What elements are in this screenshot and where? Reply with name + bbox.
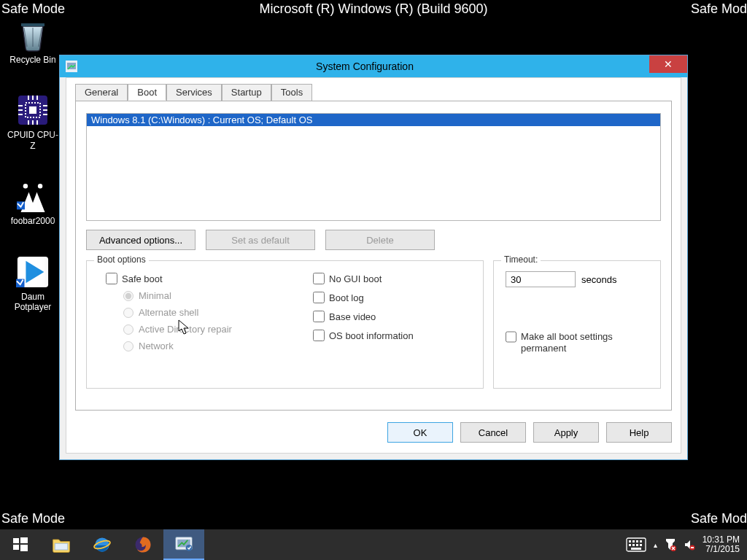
tab-startup[interactable]: Startup [222, 84, 271, 101]
boot-log-checkbox[interactable]: Boot log [313, 292, 414, 303]
make-permanent-label: Make all boot settings permanent [521, 331, 653, 355]
radio-alternate-shell: Alternate shell [123, 307, 232, 318]
taskbar-firefox[interactable] [123, 529, 163, 560]
desktop-icon-label: Daum Potplayer [7, 292, 58, 313]
tabstrip: General Boot Services Startup Tools [75, 84, 312, 101]
svg-rect-40 [636, 544, 638, 546]
advanced-options-button[interactable]: Advanced options... [86, 230, 196, 250]
svg-rect-26 [55, 543, 68, 550]
svg-rect-35 [632, 540, 635, 542]
timeout-input[interactable] [506, 271, 576, 287]
volume-icon[interactable] [684, 539, 695, 551]
taskbar-system-configuration[interactable] [163, 529, 204, 560]
desktop-icon-cpuz[interactable]: CPUID CPU-Z [7, 93, 58, 151]
taskbar-file-explorer[interactable] [41, 529, 82, 560]
tab-services[interactable]: Services [166, 84, 222, 101]
desktop-icon-potplayer[interactable]: Daum Potplayer [7, 254, 58, 313]
svg-point-16 [38, 184, 42, 188]
firefox-icon [133, 534, 153, 555]
wall-text-top-left: Safe Mode [1, 1, 65, 17]
desktop-icon-label: CPUID CPU-Z [7, 130, 58, 151]
radio-ad-repair: Active Directory repair [123, 324, 232, 335]
svg-rect-22 [13, 538, 19, 543]
tab-general[interactable]: General [75, 84, 128, 101]
desktop-icon-recycle-bin[interactable]: Recycle Bin [7, 18, 58, 65]
tab-tools[interactable]: Tools [271, 84, 312, 101]
svg-rect-38 [629, 544, 631, 546]
check-label: No GUI boot [329, 273, 382, 284]
action-center-icon[interactable] [665, 538, 676, 551]
ok-button[interactable]: OK [387, 422, 453, 443]
onscreen-keyboard-icon[interactable] [626, 537, 646, 552]
wall-text-top-center: Microsoft (R) Windows (R) (Build 9600) [259, 1, 487, 17]
dialog-client: General Boot Services Startup Tools Wind… [66, 77, 681, 454]
os-list-item[interactable]: Windows 8.1 (C:\Windows) : Current OS; D… [87, 114, 660, 126]
svg-rect-23 [20, 537, 28, 543]
ie-icon [92, 534, 112, 555]
potplayer-icon [15, 254, 50, 289]
help-button[interactable]: Help [606, 422, 672, 443]
radio-label: Alternate shell [139, 307, 198, 318]
safe-boot-label: Safe boot [122, 273, 163, 284]
svg-rect-25 [20, 545, 28, 551]
cpu-icon [15, 93, 50, 128]
clock-date: 7/1/2015 [703, 545, 740, 554]
wall-text-bottom-right: Safe Mode [691, 511, 747, 526]
os-list[interactable]: Windows 8.1 (C:\Windows) : Current OS; D… [86, 113, 661, 221]
close-icon: ✕ [664, 58, 673, 70]
radio-label: Network [139, 341, 174, 351]
base-video-checkbox[interactable]: Base video [313, 311, 414, 322]
svg-point-15 [23, 184, 28, 188]
set-default-button: Set as default [206, 230, 315, 250]
cancel-button[interactable]: Cancel [460, 422, 526, 443]
system-tray: ▴ 10:31 PM 7/1/2015 [619, 529, 747, 560]
svg-rect-39 [632, 544, 635, 546]
taskbar-internet-explorer[interactable] [82, 529, 123, 560]
app-icon [66, 61, 77, 72]
check-label: Base video [329, 311, 376, 322]
svg-rect-2 [29, 106, 36, 114]
boot-button-row: Advanced options... Set as default Delet… [86, 230, 435, 250]
folder-icon [51, 534, 71, 555]
timeout-legend: Timeout: [501, 254, 541, 265]
desktop-icon-label: foobar2000 [11, 216, 55, 226]
start-button[interactable] [0, 529, 41, 560]
timeout-group: Timeout: seconds Make all boot settings … [493, 260, 661, 389]
svg-rect-36 [636, 540, 638, 542]
radio-label: Active Directory repair [139, 324, 232, 335]
tab-boot[interactable]: Boot [128, 84, 166, 101]
safe-boot-checkbox[interactable]: Safe boot [106, 273, 232, 284]
make-permanent-checkbox[interactable]: Make all boot settings permanent [506, 331, 653, 355]
radio-label: Minimal [139, 290, 171, 301]
recycle-bin-icon [15, 18, 50, 52]
svg-rect-42 [631, 548, 641, 550]
window-title: System Configuration [82, 61, 648, 72]
svg-rect-45 [691, 547, 694, 548]
wall-text-top-right: Safe Mode [691, 1, 747, 17]
taskbar: ▴ 10:31 PM 7/1/2015 [0, 529, 747, 560]
delete-button: Delete [325, 230, 435, 250]
radio-network: Network [123, 341, 232, 351]
taskbar-clock[interactable]: 10:31 PM 7/1/2015 [703, 535, 740, 554]
tray-chevron-icon[interactable]: ▴ [654, 541, 657, 549]
no-gui-boot-checkbox[interactable]: No GUI boot [313, 273, 414, 284]
svg-rect-34 [629, 540, 631, 542]
titlebar[interactable]: System Configuration ✕ [60, 55, 687, 77]
radio-minimal: Minimal [123, 290, 232, 301]
svg-rect-24 [13, 545, 19, 550]
close-button[interactable]: ✕ [649, 55, 687, 73]
check-label: OS boot information [329, 330, 414, 341]
boot-tab-pane: Windows 8.1 (C:\Windows) : Current OS; D… [75, 101, 672, 411]
check-label: Boot log [329, 292, 364, 303]
svg-rect-37 [640, 540, 642, 542]
boot-options-legend: Boot options [94, 254, 149, 265]
svg-point-32 [186, 545, 193, 551]
wall-text-bottom-left: Safe Mode [1, 511, 65, 526]
desktop-icon-label: Recycle Bin [9, 55, 55, 65]
desktop-icon-foobar[interactable]: foobar2000 [7, 179, 58, 226]
boot-options-group: Boot options Safe boot Minimal Alter [86, 260, 484, 389]
desktop-icons: Recycle Bin CPUID CPU-Z foobar2000 Daum … [7, 18, 58, 340]
foobar-icon [15, 179, 50, 214]
apply-button[interactable]: Apply [533, 422, 599, 443]
os-boot-info-checkbox[interactable]: OS boot information [313, 330, 414, 341]
